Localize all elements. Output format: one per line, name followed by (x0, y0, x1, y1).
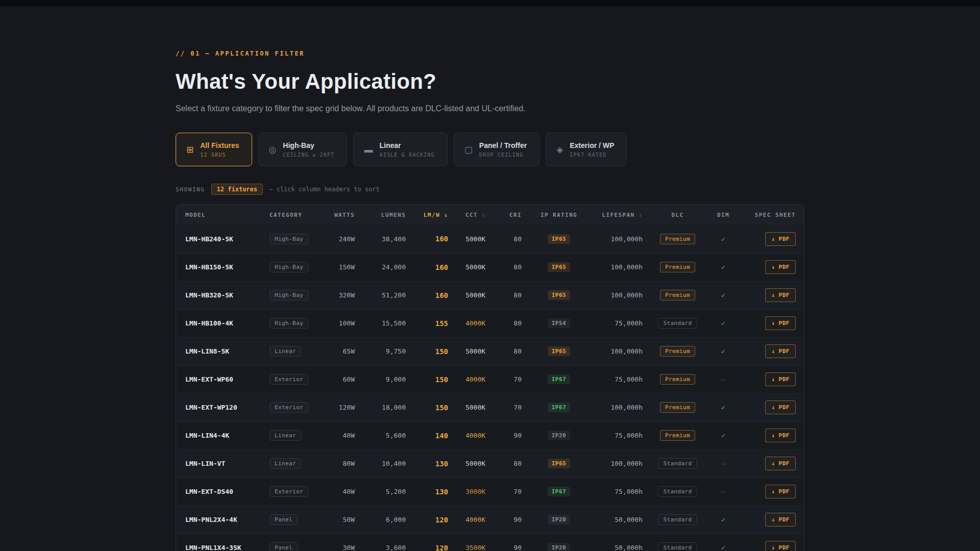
category-chip: Linear (270, 458, 301, 469)
cct-cell: 4000K (454, 365, 497, 393)
category-chip: High-Bay (270, 290, 308, 300)
model-name: LMN-HB150-5K (185, 263, 233, 271)
table-row: LMN-LIN8-5KLinear65W9,7501505000K80IP651… (176, 337, 804, 365)
filter-sublabel: DROP CEILING (479, 152, 527, 158)
filter-all-fixtures[interactable]: ⊞All Fixtures12 SKUS (176, 133, 252, 166)
ip-cell: IP65 (528, 281, 590, 309)
ip-cell: IP65 (528, 225, 590, 253)
model-cell: LMN-EXT-WP60 (176, 365, 263, 393)
lmw-cell: 140 (412, 421, 454, 449)
pdf-download-button[interactable]: ↓ PDF (765, 513, 796, 527)
spec-cell: ↓ PDF (740, 506, 804, 534)
cct-value: 5000K (465, 460, 485, 467)
col-header-category[interactable]: CATEGORY (263, 205, 325, 225)
sortable-icon: ↕ (482, 212, 485, 218)
col-header-cct[interactable]: CCT ↕ (454, 205, 497, 225)
lmw-value: 120 (435, 544, 448, 551)
dlc-cell: Premium (649, 253, 706, 281)
filter-linear[interactable]: ▬LinearAISLE & RACKING (353, 133, 447, 166)
filter-text: Exterior / WPIP67 RATED (570, 141, 614, 158)
model-cell: LMN-HB100-4K (176, 309, 263, 337)
pdf-download-button[interactable]: ↓ PDF (765, 541, 796, 551)
cct-value: 4000K (465, 375, 485, 383)
pdf-download-button[interactable]: ↓ PDF (765, 485, 796, 498)
col-header-cri[interactable]: CRI (497, 205, 528, 225)
dlc-cell: Standard (649, 534, 706, 551)
dlc-badge: Premium (660, 402, 695, 413)
dlc-cell: Standard (649, 506, 706, 534)
table-row: LMN-EXT-DS40Exterior40W5,2001303000K70IP… (176, 478, 804, 506)
dimmable-check-icon: ✓ (721, 319, 725, 327)
pdf-download-button[interactable]: ↓ PDF (765, 316, 796, 330)
lifespan-cell: 75,000h (590, 478, 649, 506)
pdf-download-button[interactable]: ↓ PDF (765, 288, 796, 302)
pdf-download-button[interactable]: ↓ PDF (765, 457, 796, 470)
lumens-cell: 51,200 (361, 281, 412, 309)
table-row: LMN-HB100-4KHigh-Bay100W15,5001554000K80… (176, 309, 804, 337)
col-header-lumens[interactable]: LUMENS (361, 205, 412, 225)
dim-cell: — (706, 365, 740, 393)
pdf-download-button[interactable]: ↓ PDF (765, 372, 796, 386)
pdf-download-button[interactable]: ↓ PDF (765, 429, 796, 442)
spec-cell: ↓ PDF (740, 309, 804, 337)
col-header-lifespan[interactable]: LIFESPAN ↕ (590, 205, 649, 225)
lmw-cell: 155 (412, 309, 454, 337)
pdf-download-button[interactable]: ↓ PDF (765, 344, 796, 358)
model-name: LMN-EXT-WP120 (185, 404, 237, 411)
filter-high-bay[interactable]: ◎High-BayCEILING ≥ 20FT (258, 133, 348, 166)
lmw-cell: 120 (412, 534, 454, 551)
ip-rating-badge: IP67 (548, 374, 571, 384)
grid-icon: ⊞ (186, 145, 193, 154)
spec-cell: ↓ PDF (740, 281, 804, 309)
cct-cell: 3000K (454, 478, 497, 506)
cri-cell: 90 (497, 506, 528, 534)
filter-sublabel: IP67 RATED (570, 152, 614, 158)
pdf-download-button[interactable]: ↓ PDF (765, 232, 796, 246)
table-row: LMN-HB240-5KHigh-Bay240W38,4001605000K80… (176, 225, 804, 253)
spec-cell: ↓ PDF (740, 478, 804, 506)
filter-exterior-wp[interactable]: ◈Exterior / WPIP67 RATED (546, 133, 627, 166)
dim-cell: ✓ (706, 225, 740, 253)
table-row: LMN-LIN4-4KLinear40W5,6001404000K90IP207… (176, 421, 804, 449)
model-name: LMN-LIN4-4K (185, 432, 229, 439)
col-header-spec[interactable]: SPEC SHEET (740, 205, 804, 225)
watts-cell: 40W (325, 478, 361, 506)
ip-cell: IP65 (528, 449, 590, 478)
model-name: LMN-LIN8-5K (185, 347, 229, 355)
category-cell: High-Bay (263, 281, 325, 309)
dim-cell: ✓ (706, 506, 740, 534)
filter-label: Linear (379, 141, 434, 149)
filter-sublabel: CEILING ≥ 20FT (283, 152, 334, 158)
col-header-lmw[interactable]: LM/W ↓ (412, 205, 454, 225)
category-cell: Panel (263, 534, 325, 551)
dlc-badge: Premium (660, 374, 695, 385)
filter-sublabel: AISLE & RACKING (379, 152, 434, 158)
col-header-model[interactable]: MODEL (176, 205, 263, 225)
pdf-download-button[interactable]: ↓ PDF (765, 260, 796, 274)
lifespan-cell: 75,000h (590, 309, 649, 337)
col-header-ip[interactable]: IP RATING (528, 205, 590, 225)
model-cell: LMN-LIN-VT (176, 449, 263, 478)
cri-cell: 80 (497, 281, 528, 309)
category-cell: Linear (263, 449, 325, 478)
filter-panel-troffer[interactable]: ▢Panel / TrofferDROP CEILING (454, 133, 540, 166)
filter-label: All Fixtures (200, 141, 239, 149)
category-cell: Exterior (263, 365, 325, 393)
cct-value: 4000K (465, 319, 485, 327)
dim-cell: ✓ (706, 421, 740, 449)
dlc-badge: Standard (658, 318, 697, 329)
col-header-dlc[interactable]: DLC (649, 205, 706, 225)
watts-cell: 65W (325, 337, 361, 365)
spec-cell: ↓ PDF (740, 253, 804, 281)
page-subtitle: Select a fixture category to filter the … (176, 104, 804, 113)
cct-cell: 3500K (454, 534, 497, 551)
category-chip: High-Bay (270, 318, 308, 329)
lumens-cell: 5,600 (361, 421, 412, 449)
pdf-download-button[interactable]: ↓ PDF (765, 400, 796, 414)
col-header-dim[interactable]: DIM (706, 205, 740, 225)
model-name: LMN-PNL2X4-4K (185, 516, 237, 523)
dim-cell: — (706, 478, 740, 506)
lumens-cell: 18,000 (361, 393, 412, 421)
lifespan-cell: 75,000h (590, 365, 649, 393)
col-header-watts[interactable]: WATTS (325, 205, 361, 225)
